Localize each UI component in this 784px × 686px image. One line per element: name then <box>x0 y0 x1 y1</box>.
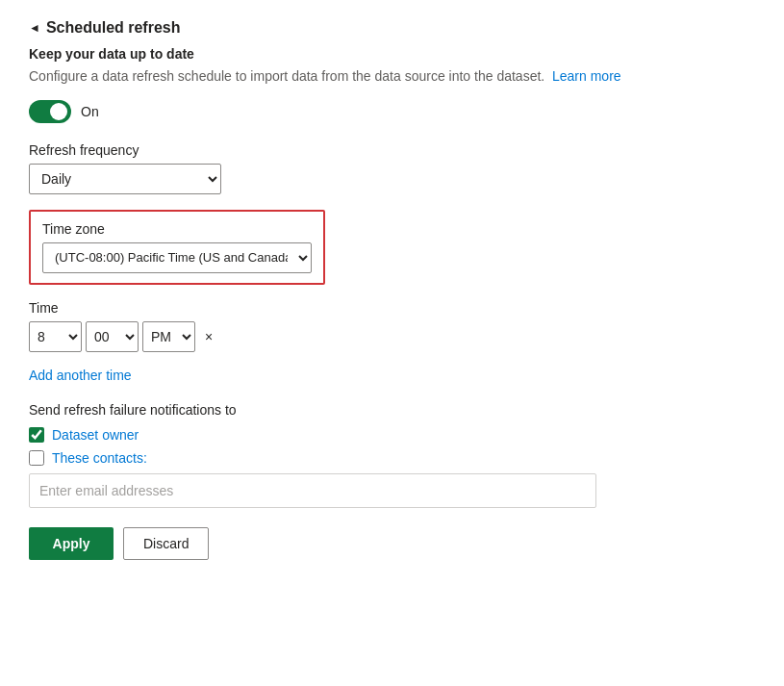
dataset-owner-label[interactable]: Dataset owner <box>52 427 139 443</box>
refresh-frequency-group: Refresh frequency Daily Weekly <box>29 142 755 194</box>
buttons-row: Apply Discard <box>29 527 755 560</box>
section-header: ◄ Scheduled refresh <box>29 19 755 37</box>
discard-button[interactable]: Discard <box>123 527 209 560</box>
these-contacts-label[interactable]: These contacts: <box>52 450 147 466</box>
dataset-owner-row: Dataset owner <box>29 427 755 443</box>
refresh-frequency-select[interactable]: Daily Weekly <box>29 164 221 194</box>
hour-select[interactable]: 1 2 3 4 5 6 7 8 9 10 11 12 <box>29 321 82 352</box>
email-input[interactable] <box>29 473 596 508</box>
minute-select[interactable]: 00 15 30 45 <box>86 321 139 352</box>
time-row: 1 2 3 4 5 6 7 8 9 10 11 12 00 15 30 45 A… <box>29 321 755 352</box>
timezone-container: Time zone (UTC-08:00) Pacific Time (US a… <box>29 210 325 285</box>
remove-time-button[interactable]: × <box>201 327 216 346</box>
refresh-frequency-label: Refresh frequency <box>29 142 755 158</box>
toggle-row: On <box>29 100 755 123</box>
time-group: Time 1 2 3 4 5 6 7 8 9 10 11 12 00 15 30… <box>29 300 755 352</box>
timezone-select[interactable]: (UTC-08:00) Pacific Time (US and Canada)… <box>42 242 312 273</box>
dataset-owner-checkbox[interactable] <box>29 427 44 443</box>
ampm-select[interactable]: AM PM <box>142 321 195 352</box>
refresh-toggle[interactable] <box>29 100 71 123</box>
timezone-label: Time zone <box>42 221 312 237</box>
notifications-section: Send refresh failure notifications to Da… <box>29 402 755 508</box>
notifications-label: Send refresh failure notifications to <box>29 402 755 418</box>
these-contacts-row: These contacts: <box>29 450 755 466</box>
collapse-icon[interactable]: ◄ <box>29 21 40 35</box>
description: Configure a data refresh schedule to imp… <box>29 67 755 87</box>
toggle-slider <box>29 100 71 123</box>
apply-button[interactable]: Apply <box>29 527 114 560</box>
section-title: Scheduled refresh <box>46 19 181 37</box>
add-time-link[interactable]: Add another time <box>29 368 132 383</box>
these-contacts-checkbox[interactable] <box>29 450 44 466</box>
learn-more-link[interactable]: Learn more <box>552 68 621 84</box>
subtitle: Keep your data up to date <box>29 46 755 62</box>
time-label: Time <box>29 300 755 316</box>
toggle-label: On <box>81 104 99 119</box>
